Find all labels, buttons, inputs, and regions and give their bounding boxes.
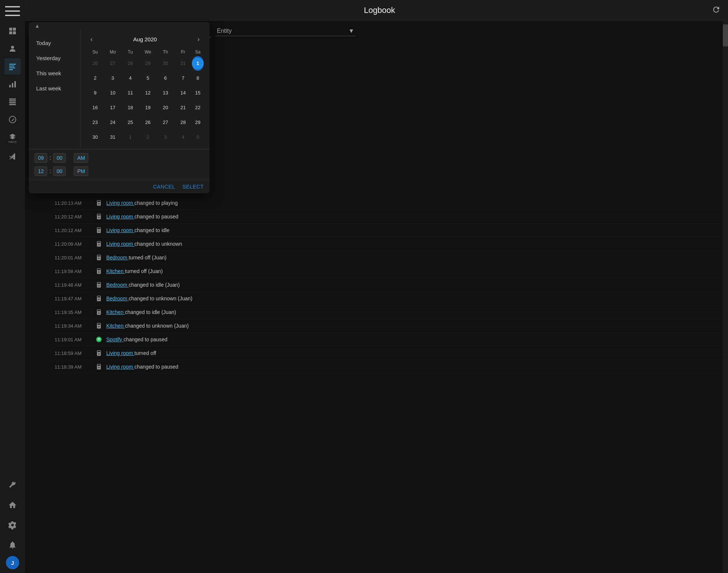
log-entity-icon <box>95 227 103 234</box>
next-month-button[interactable]: › <box>193 34 204 44</box>
calendar-day[interactable]: 9 <box>86 86 104 100</box>
menu-icon[interactable] <box>5 4 20 18</box>
calendar-day[interactable]: 3 <box>157 130 175 145</box>
calendar-day[interactable]: 29 <box>192 115 204 130</box>
calendar-day[interactable]: 31 <box>174 56 192 71</box>
calendar-day[interactable]: 13 <box>157 86 175 100</box>
calendar-header: ‹ Aug 2020 › <box>86 34 204 44</box>
calendar-day[interactable]: 5 <box>192 130 204 145</box>
calendar-day[interactable]: 1 <box>192 56 204 71</box>
log-entity-link[interactable]: Kitchen <box>106 323 125 329</box>
calendar-day[interactable]: 26 <box>86 56 104 71</box>
calendar-day[interactable]: 5 <box>139 71 157 86</box>
calendar-day[interactable]: 17 <box>104 100 122 115</box>
scrollbar[interactable] <box>723 21 728 573</box>
select-button[interactable]: SELECT <box>183 184 204 190</box>
log-entity-link[interactable]: Living room <box>106 227 134 233</box>
sidebar-item-bell[interactable] <box>4 537 21 553</box>
refresh-icon[interactable] <box>712 5 721 15</box>
calendar-day[interactable]: 15 <box>192 86 204 100</box>
svg-rect-9 <box>9 66 14 66</box>
calendar-day[interactable]: 4 <box>121 71 139 86</box>
log-entity-link[interactable]: Living room <box>106 214 134 220</box>
log-entity-link[interactable]: Kitchen <box>106 309 125 315</box>
chevron-up-area[interactable]: ▲ <box>29 22 210 30</box>
log-entity-link[interactable]: Living room <box>106 350 134 356</box>
log-time: 11:20:12 AM <box>55 228 92 233</box>
calendar-day[interactable]: 2 <box>139 130 157 145</box>
calendar-day[interactable]: 28 <box>121 56 139 71</box>
shortcut-thisweek[interactable]: This week <box>29 66 80 81</box>
calendar-day[interactable]: 10 <box>104 86 122 100</box>
log-entity-link[interactable]: Bedroom <box>106 255 129 260</box>
sidebar-item-home[interactable] <box>4 497 21 513</box>
weekday-fr: Fr <box>174 48 192 56</box>
svg-rect-4 <box>13 28 16 31</box>
start-minute-select[interactable]: 00153045 <box>53 153 66 163</box>
entity-select[interactable]: Entity ▼ <box>215 26 356 36</box>
log-entity-link[interactable]: Spotify <box>106 336 124 342</box>
log-entity-icon <box>95 281 103 289</box>
calendar-day[interactable]: 7 <box>174 71 192 86</box>
calendar-day[interactable]: 8 <box>192 71 204 86</box>
calendar-day[interactable]: 27 <box>157 115 175 130</box>
log-entity-link[interactable]: Kitchen <box>106 268 125 274</box>
calendar-day[interactable]: 25 <box>121 115 139 130</box>
prev-month-button[interactable]: ‹ <box>86 34 97 44</box>
log-time: 11:18:39 AM <box>55 364 92 370</box>
log-entry: 11:19:34 AMKitchen changed to unknown (J… <box>55 319 722 333</box>
end-ampm-select[interactable]: AMPM <box>74 166 88 176</box>
sidebar-item-speed[interactable] <box>4 111 21 128</box>
calendar-day[interactable]: 12 <box>139 86 157 100</box>
calendar-day[interactable]: 3 <box>104 71 122 86</box>
sidebar-item-hacs[interactable]: HACS <box>4 129 21 147</box>
log-entity-link[interactable]: Bedroom <box>106 296 129 301</box>
calendar-day[interactable]: 23 <box>86 115 104 130</box>
calendar-day[interactable]: 18 <box>121 100 139 115</box>
calendar-day[interactable]: 20 <box>157 100 175 115</box>
calendar-day[interactable]: 31 <box>104 130 122 145</box>
log-entry: 11:18:59 AMLiving room turned off <box>55 346 722 360</box>
shortcut-lastweek[interactable]: Last week <box>29 81 80 96</box>
avatar[interactable]: J <box>6 556 19 569</box>
shortcut-yesterday[interactable]: Yesterday <box>29 51 80 66</box>
calendar-day[interactable]: 29 <box>139 56 157 71</box>
calendar-day[interactable]: 28 <box>174 115 192 130</box>
calendar-day[interactable]: 30 <box>157 56 175 71</box>
sidebar-item-table[interactable] <box>4 94 21 110</box>
sidebar-item-settings[interactable] <box>4 517 21 533</box>
cancel-button[interactable]: CANCEL <box>153 184 175 190</box>
sidebar-item-wrench[interactable] <box>4 477 21 493</box>
calendar-day[interactable]: 22 <box>192 100 204 115</box>
end-minute-select[interactable]: 00153045 <box>53 166 66 176</box>
log-entity-link[interactable]: Living room <box>106 364 134 370</box>
start-hour-select[interactable]: 09101112 <box>35 153 47 163</box>
calendar-day[interactable]: 19 <box>139 100 157 115</box>
start-ampm-select[interactable]: AMPM <box>74 153 88 163</box>
log-time: 11:19:58 AM <box>55 269 92 274</box>
calendar-day[interactable]: 27 <box>104 56 122 71</box>
sidebar-item-person[interactable] <box>4 41 21 57</box>
log-entity-link[interactable]: Living room <box>106 200 134 206</box>
calendar-day[interactable]: 4 <box>174 130 192 145</box>
calendar-day[interactable]: 11 <box>121 86 139 100</box>
end-hour-select[interactable]: 12010203 <box>35 166 47 176</box>
sidebar-item-chart[interactable] <box>4 76 21 92</box>
calendar-day[interactable]: 1 <box>121 130 139 145</box>
calendar-day[interactable]: 26 <box>139 115 157 130</box>
sidebar-item-vscode[interactable] <box>4 148 21 165</box>
calendar-day[interactable]: 21 <box>174 100 192 115</box>
log-entity-link[interactable]: Living room <box>106 241 134 247</box>
log-text: Living room changed to paused <box>106 214 178 220</box>
sidebar-item-dashboard[interactable] <box>4 23 21 39</box>
log-entity-link[interactable]: Bedroom <box>106 282 129 288</box>
calendar-day[interactable]: 6 <box>157 71 175 86</box>
calendar-day[interactable]: 24 <box>104 115 122 130</box>
chevron-up-icon[interactable]: ▲ <box>35 23 40 29</box>
calendar-day[interactable]: 14 <box>174 86 192 100</box>
calendar-day[interactable]: 2 <box>86 71 104 86</box>
shortcut-today[interactable]: Today <box>29 35 80 51</box>
calendar-day[interactable]: 30 <box>86 130 104 145</box>
sidebar-item-logbook[interactable] <box>4 58 21 75</box>
calendar-day[interactable]: 16 <box>86 100 104 115</box>
